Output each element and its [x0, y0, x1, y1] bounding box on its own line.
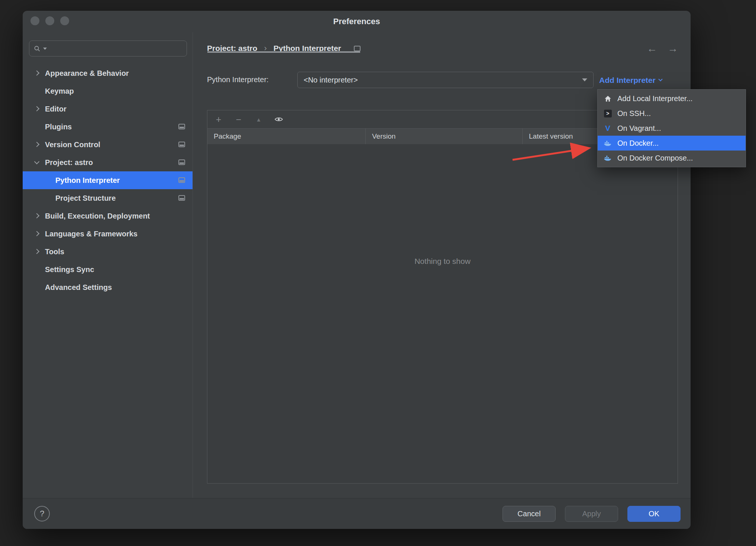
settings-search[interactable] — [29, 41, 187, 56]
menu-item-add-local-interpreter[interactable]: Add Local Interpreter... — [598, 91, 746, 106]
sidebar-item-tools[interactable]: Tools — [23, 243, 193, 261]
sidebar-item-version-control[interactable]: Version Control — [23, 136, 193, 154]
screen-icon — [178, 142, 185, 147]
menu-item-label: Add Local Interpreter... — [617, 94, 692, 103]
sidebar-item-label: Tools — [45, 248, 64, 256]
column-header-version[interactable]: Version — [365, 129, 522, 144]
add-interpreter-label: Add Interpreter — [599, 76, 656, 85]
sidebar-item-label: Keymap — [45, 87, 74, 96]
chevron-right-icon — [34, 213, 39, 218]
chevron-right-icon — [34, 142, 39, 147]
window-title: Preferences — [23, 11, 691, 32]
sidebar-item-label: Plugins — [45, 123, 72, 131]
screen-icon — [178, 177, 185, 183]
forward-arrow-icon[interactable]: → — [668, 43, 678, 55]
sidebar-item-python-interpreter[interactable]: Python Interpreter — [23, 171, 193, 189]
interpreter-select[interactable]: <No interpreter> — [297, 72, 594, 88]
history-navigation: ← → — [647, 43, 678, 55]
docker-icon — [603, 138, 613, 148]
screen-icon — [178, 124, 185, 129]
cancel-button[interactable]: Cancel — [503, 506, 556, 522]
sidebar-item-label: Appearance & Behavior — [45, 69, 129, 78]
remove-package-button[interactable]: − — [234, 115, 243, 124]
home-icon — [603, 94, 613, 103]
menu-item-label: On SSH... — [617, 109, 651, 118]
sidebar-item-project-structure[interactable]: Project Structure — [23, 189, 193, 207]
apply-button[interactable]: Apply — [565, 506, 618, 522]
show-early-releases-button[interactable] — [274, 115, 283, 124]
sidebar-item-settings-sync[interactable]: Settings Sync — [23, 261, 193, 278]
sidebar-item-advanced-settings[interactable]: Advanced Settings — [23, 278, 193, 296]
docker-icon — [603, 153, 613, 163]
close-window-button[interactable] — [30, 16, 39, 25]
add-package-button[interactable]: + — [214, 115, 223, 124]
chevron-down-icon — [34, 159, 39, 164]
dropdown-caret-icon — [582, 78, 587, 81]
ssh-icon: > — [603, 109, 613, 118]
column-header-package[interactable]: Package — [207, 129, 365, 144]
chevron-right-icon — [34, 70, 39, 75]
sidebar-item-label: Settings Sync — [45, 265, 94, 274]
sidebar-item-languages-frameworks[interactable]: Languages & Frameworks — [23, 225, 193, 243]
sidebar-item-label: Project: astro — [45, 158, 93, 167]
sidebar-item-label: Python Interpreter — [55, 176, 120, 185]
vagrant-icon: V — [603, 123, 613, 133]
upgrade-package-button[interactable]: ▲ — [254, 115, 263, 124]
sidebar-item-keymap[interactable]: Keymap — [23, 82, 193, 100]
menu-item-on-docker[interactable]: On Docker... — [598, 136, 746, 151]
screen-icon — [178, 159, 185, 165]
chevron-right-icon — [34, 249, 39, 254]
help-button[interactable]: ? — [34, 506, 50, 521]
sidebar-item-label: Advanced Settings — [45, 283, 112, 292]
search-history-chevron-icon — [43, 48, 47, 50]
sidebar-item-editor[interactable]: Editor — [23, 100, 193, 118]
chevron-right-icon — [34, 231, 39, 236]
breadcrumb: Project: astro › Python Interpreter — [207, 43, 361, 53]
sidebar-item-appearance-behavior[interactable]: Appearance & Behavior — [23, 64, 193, 82]
back-arrow-icon[interactable]: ← — [647, 43, 657, 55]
screen-icon — [354, 46, 361, 51]
package-table-body: Nothing to show — [207, 144, 678, 483]
menu-item-label: On Docker... — [617, 139, 659, 148]
zoom-window-button[interactable] — [60, 16, 69, 25]
sidebar-item-build-execution-deployment[interactable]: Build, Execution, Deployment — [23, 207, 193, 225]
search-icon — [34, 45, 41, 52]
eye-icon — [275, 117, 283, 122]
settings-sidebar: Appearance & Behavior Keymap Editor Plug… — [23, 32, 193, 498]
add-interpreter-link[interactable]: Add Interpreter — [599, 76, 662, 85]
screen-icon — [178, 195, 185, 201]
menu-item-label: On Vagrant... — [617, 124, 661, 133]
menu-item-on-vagrant[interactable]: V On Vagrant... — [598, 121, 746, 136]
sidebar-item-label: Project Structure — [55, 194, 116, 203]
sidebar-item-label: Version Control — [45, 140, 100, 149]
sidebar-item-label: Build, Execution, Deployment — [45, 212, 150, 220]
sidebar-item-plugins[interactable]: Plugins — [23, 118, 193, 136]
preferences-window: Preferences Appearance & Behavior Keymap… — [23, 11, 691, 529]
sidebar-item-project-astro[interactable]: Project: astro — [23, 154, 193, 171]
empty-table-message: Nothing to show — [207, 257, 678, 266]
footer-buttons: Cancel Apply OK — [503, 506, 681, 522]
ok-button[interactable]: OK — [627, 506, 681, 522]
chevron-down-icon — [658, 77, 662, 81]
search-input[interactable] — [49, 45, 182, 53]
traffic-lights — [30, 16, 69, 25]
add-interpreter-menu: Add Local Interpreter... > On SSH... V O… — [597, 89, 746, 167]
menu-item-on-docker-compose[interactable]: On Docker Compose... — [598, 151, 746, 165]
minimize-window-button[interactable] — [45, 16, 54, 25]
titlebar: Preferences — [23, 11, 691, 32]
interpreter-label: Python Interpreter: — [207, 75, 269, 84]
sidebar-item-label: Editor — [45, 105, 67, 113]
settings-tree: Appearance & Behavior Keymap Editor Plug… — [23, 64, 193, 296]
dialog-footer: ? Cancel Apply OK — [23, 498, 691, 529]
menu-item-label: On Docker Compose... — [617, 154, 693, 162]
menu-item-on-ssh[interactable]: > On SSH... — [598, 106, 746, 121]
question-mark-icon: ? — [40, 509, 44, 518]
chevron-right-icon — [34, 106, 39, 111]
sidebar-item-label: Languages & Frameworks — [45, 230, 138, 238]
interpreter-select-value: <No interpreter> — [304, 76, 358, 84]
